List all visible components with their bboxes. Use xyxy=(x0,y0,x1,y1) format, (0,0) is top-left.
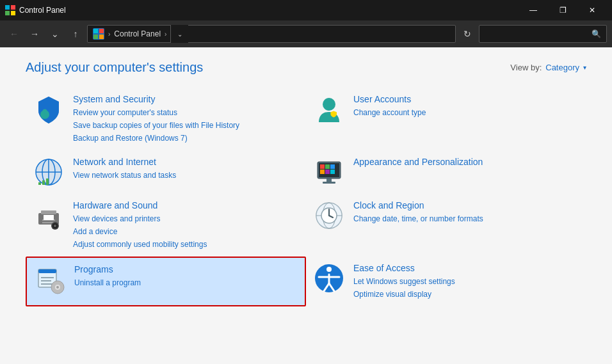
programs-text: Programs Uninstall a program xyxy=(74,264,141,289)
svg-rect-30 xyxy=(41,210,56,214)
clock-region-title[interactable]: Clock and Region xyxy=(353,200,483,210)
title-bar: Control Panel — ❐ ✕ xyxy=(0,0,612,20)
nav-bar: ← → ⌄ ↑ › Control Panel › ⌄ ↻ 🔍 xyxy=(0,20,612,47)
category-network-internet[interactable]: Network and Internet View network status… xyxy=(26,150,306,194)
ease-of-access-icon xyxy=(314,263,344,294)
forward-button[interactable]: → xyxy=(26,25,44,43)
ease-of-access-title[interactable]: Ease of Access xyxy=(353,263,455,273)
hardware-sound-link-1[interactable]: View devices and printers xyxy=(73,213,207,225)
network-internet-link-1[interactable]: View network status and tasks xyxy=(73,170,176,181)
clock-region-icon xyxy=(314,200,344,231)
user-accounts-icon xyxy=(314,94,344,125)
address-bar[interactable]: › Control Panel › ⌄ xyxy=(87,25,456,43)
system-security-link-2[interactable]: Save backup copies of your files with Fi… xyxy=(73,120,239,131)
svg-point-10 xyxy=(323,98,335,111)
clock-region-text: Clock and Region Change date, time, or n… xyxy=(353,200,483,225)
svg-rect-25 xyxy=(325,170,330,174)
svg-rect-3 xyxy=(11,11,15,15)
search-icon[interactable]: 🔍 xyxy=(592,29,601,38)
svg-rect-2 xyxy=(5,11,10,15)
category-hardware-sound[interactable]: Hardware and Sound View devices and prin… xyxy=(26,194,306,257)
window-title: Control Panel xyxy=(19,6,519,15)
address-dropdown-button[interactable]: ⌄ xyxy=(170,25,188,43)
svg-rect-22 xyxy=(325,164,330,169)
svg-rect-45 xyxy=(38,269,56,273)
app-icon xyxy=(5,5,15,15)
ease-of-access-text: Ease of Access Let Windows suggest setti… xyxy=(353,263,455,300)
category-system-security[interactable]: System and Security Review your computer… xyxy=(26,88,306,150)
svg-rect-28 xyxy=(323,182,335,184)
category-appearance[interactable]: Appearance and Personalization xyxy=(306,150,586,194)
svg-rect-48 xyxy=(41,283,52,285)
svg-rect-0 xyxy=(5,5,10,10)
view-by: View by: Category ▾ xyxy=(510,63,586,72)
programs-link-1[interactable]: Uninstall a program xyxy=(74,277,141,289)
back-button[interactable]: ← xyxy=(5,25,23,43)
system-security-title[interactable]: System and Security xyxy=(73,94,239,104)
svg-rect-6 xyxy=(93,35,98,39)
appearance-icon xyxy=(314,157,344,187)
address-icon xyxy=(93,28,104,40)
programs-title[interactable]: Programs xyxy=(74,264,141,274)
view-by-value[interactable]: Category xyxy=(545,63,579,72)
top-bar: Adjust your computer's settings View by:… xyxy=(26,60,586,75)
hardware-sound-link-2[interactable]: Add a device xyxy=(73,226,207,237)
svg-point-9 xyxy=(43,109,47,114)
appearance-title[interactable]: Appearance and Personalization xyxy=(353,157,483,167)
svg-rect-16 xyxy=(38,182,41,185)
svg-rect-27 xyxy=(326,178,332,182)
system-security-icon xyxy=(33,94,64,125)
view-by-label: View by: xyxy=(510,63,542,72)
refresh-button[interactable]: ↻ xyxy=(458,25,476,43)
svg-point-51 xyxy=(56,286,59,289)
address-text: Control Panel xyxy=(114,29,161,38)
user-accounts-text: User Accounts Change account type xyxy=(353,94,426,118)
view-by-chevron: ▾ xyxy=(583,64,586,71)
network-internet-title[interactable]: Network and Internet xyxy=(73,157,176,167)
svg-rect-4 xyxy=(93,29,98,33)
hardware-sound-title[interactable]: Hardware and Sound xyxy=(73,200,207,210)
svg-rect-17 xyxy=(42,180,45,185)
svg-rect-46 xyxy=(41,277,54,278)
close-button[interactable]: ✕ xyxy=(577,0,607,20)
ease-of-access-link-2[interactable]: Optimize visual display xyxy=(353,289,455,300)
hardware-sound-text: Hardware and Sound View devices and prin… xyxy=(73,200,207,250)
svg-point-53 xyxy=(326,267,332,272)
minimize-button[interactable]: — xyxy=(519,0,548,20)
appearance-text: Appearance and Personalization xyxy=(353,157,483,168)
main-content: Adjust your computer's settings View by:… xyxy=(0,47,612,364)
hardware-sound-link-3[interactable]: Adjust commonly used mobility settings xyxy=(73,239,207,250)
system-security-link-3[interactable]: Backup and Restore (Windows 7) xyxy=(73,132,239,144)
window-controls: — ❐ ✕ xyxy=(519,0,607,20)
recent-locations-button[interactable]: ⌄ xyxy=(46,25,64,43)
svg-rect-33 xyxy=(44,215,54,220)
hardware-sound-icon xyxy=(33,200,64,231)
restore-button[interactable]: ❐ xyxy=(548,0,577,20)
network-internet-text: Network and Internet View network status… xyxy=(73,157,176,181)
programs-icon xyxy=(35,264,65,295)
svg-rect-23 xyxy=(330,164,335,169)
svg-rect-24 xyxy=(320,170,325,174)
clock-region-link-1[interactable]: Change date, time, or number formats xyxy=(353,213,483,225)
categories-grid: System and Security Review your computer… xyxy=(26,88,586,306)
ease-of-access-link-1[interactable]: Let Windows suggest settings xyxy=(353,276,455,287)
svg-rect-5 xyxy=(99,29,104,33)
category-user-accounts[interactable]: User Accounts Change account type xyxy=(306,88,586,150)
search-input[interactable] xyxy=(485,29,589,38)
up-button[interactable]: ↑ xyxy=(67,25,85,43)
svg-rect-26 xyxy=(330,170,335,174)
category-ease-of-access[interactable]: Ease of Access Let Windows suggest setti… xyxy=(306,257,586,306)
svg-rect-21 xyxy=(320,164,325,169)
system-security-text: System and Security Review your computer… xyxy=(73,94,239,144)
user-accounts-title[interactable]: User Accounts xyxy=(353,94,426,104)
svg-rect-7 xyxy=(99,35,104,39)
category-clock-region[interactable]: Clock and Region Change date, time, or n… xyxy=(306,194,586,257)
category-programs[interactable]: Programs Uninstall a program xyxy=(26,257,306,306)
address-chevron: › xyxy=(108,31,110,38)
svg-rect-18 xyxy=(46,178,49,185)
user-accounts-link-1[interactable]: Change account type xyxy=(353,107,426,118)
system-security-link-1[interactable]: Review your computer's status xyxy=(73,107,239,118)
svg-point-36 xyxy=(54,225,56,227)
search-box[interactable]: 🔍 xyxy=(479,25,607,43)
svg-rect-47 xyxy=(41,280,51,281)
